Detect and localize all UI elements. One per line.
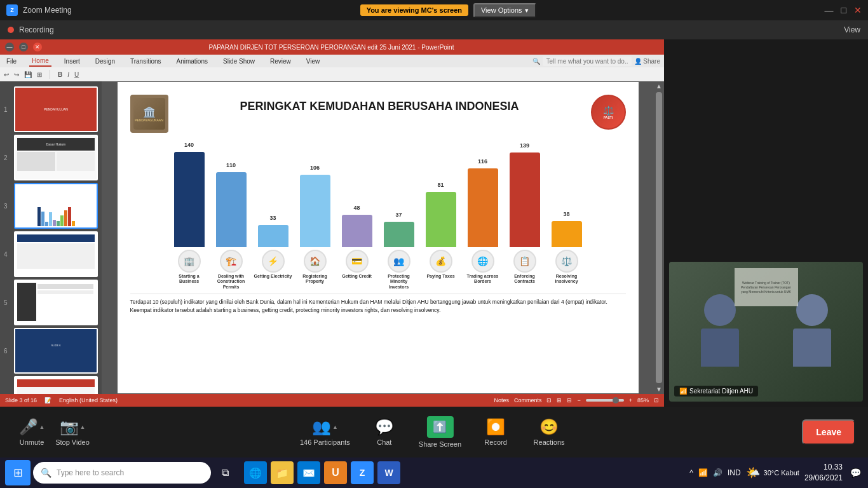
chart-bar-group-8: 139 bbox=[506, 152, 544, 247]
slide-4-thumbnail bbox=[15, 233, 97, 276]
scroll-up-icon[interactable]: ▲ bbox=[656, 83, 662, 90]
ppt-tab-view[interactable]: View bbox=[304, 57, 323, 66]
recording-dot-icon bbox=[8, 27, 14, 33]
ppt-zoom-slider[interactable] bbox=[586, 399, 624, 402]
ppt-maximize-button[interactable]: □ bbox=[19, 43, 28, 51]
unmute-button[interactable]: 🎤 ▲ Unmute bbox=[13, 418, 51, 446]
view-options-button[interactable]: View Options ▾ bbox=[473, 3, 536, 18]
chart-icon-4: 💳 bbox=[346, 250, 369, 273]
ppt-underline-btn[interactable]: U bbox=[74, 71, 79, 78]
slide-panel[interactable]: 1 PENDAHULUAN 2 Dasar Hukum bbox=[0, 81, 102, 394]
ppt-redo-icon[interactable]: ↪ bbox=[14, 71, 19, 78]
unmute-caret-icon[interactable]: ▲ bbox=[39, 424, 45, 430]
ppt-zoom-in[interactable]: + bbox=[629, 397, 632, 403]
ppt-tab-insert[interactable]: Insert bbox=[62, 57, 83, 66]
zoom-minimize-button[interactable]: — bbox=[825, 5, 834, 15]
webcam-name-text: Sekretariat Ditjen AHU bbox=[689, 388, 753, 395]
ppt-minimize-button[interactable]: — bbox=[5, 43, 14, 51]
ppt-tab-file[interactable]: File bbox=[4, 57, 19, 66]
start-button[interactable]: ⊞ bbox=[5, 460, 31, 485]
ppt-tab-slideshow[interactable]: Slide Show bbox=[220, 57, 257, 66]
edge-taskbar-icon[interactable]: 🌐 bbox=[244, 461, 267, 484]
slide-panel-item-1[interactable]: 1 PENDAHULUAN bbox=[4, 86, 98, 132]
slide-panel-item-6[interactable]: 6 SLIDE 6 bbox=[4, 328, 98, 374]
slide-panel-item-2[interactable]: 2 Dasar Hukum bbox=[4, 135, 98, 180]
ppt-view-normal[interactable]: ⊡ bbox=[546, 397, 552, 403]
record-button[interactable]: ⏺️ Record bbox=[477, 418, 515, 446]
toolbar-left-controls: 🎤 ▲ Unmute 📷 ▲ Stop Video bbox=[13, 418, 92, 446]
slide-panel-item-7[interactable]: 7 bbox=[4, 376, 98, 394]
participants-button[interactable]: 👥 ▲ 146 Participants bbox=[300, 418, 350, 446]
volume-icon[interactable]: 🔊 bbox=[713, 468, 722, 477]
ppt-comments-btn[interactable]: Comments bbox=[514, 397, 542, 403]
chart-bar-2: 33 bbox=[258, 225, 288, 247]
share-screen-button[interactable]: ⬆️ Share Screen bbox=[419, 416, 461, 448]
slide-canvas: 🏛️ PENDAYAGUNAAN PERINGKAT KEMUDAHAN BER… bbox=[118, 82, 639, 393]
ppt-share-button[interactable]: 👤 Share bbox=[634, 58, 660, 65]
slide-panel-item-5[interactable]: 5 bbox=[4, 280, 98, 325]
ppt-bold-btn[interactable]: B bbox=[58, 71, 62, 78]
stop-video-caret-icon[interactable]: ▲ bbox=[80, 424, 86, 430]
zoom-maximize-button[interactable]: □ bbox=[841, 5, 846, 15]
zoom-taskbar-icon[interactable]: Z bbox=[351, 461, 374, 484]
scroll-down-icon[interactable]: ▼ bbox=[656, 386, 662, 393]
slide-thumb-3[interactable] bbox=[14, 183, 98, 229]
slide-scrollbar[interactable]: ▲ ▼ bbox=[654, 81, 664, 394]
ppt-search-input[interactable] bbox=[543, 57, 632, 66]
participants-caret-icon[interactable]: ▲ bbox=[332, 424, 338, 430]
chart-icon-6: 💰 bbox=[430, 250, 452, 273]
chart-bar-group-2: 33 bbox=[254, 225, 292, 247]
zoom-close-button[interactable]: ✕ bbox=[854, 5, 862, 15]
ppt-italic-btn[interactable]: I bbox=[67, 71, 69, 78]
leave-button[interactable]: Leave bbox=[802, 419, 855, 445]
chat-button[interactable]: 💬 Chat bbox=[365, 418, 403, 446]
ppt-tab-animations[interactable]: Animations bbox=[174, 57, 210, 66]
reactions-button[interactable]: 😊 Reactions bbox=[530, 418, 568, 446]
chart-icons-row: 🏢Starting a Business🏗️Dealing with Const… bbox=[130, 250, 626, 290]
view-button[interactable]: View bbox=[844, 25, 860, 34]
ppt-fit-icon[interactable]: ⊡ bbox=[654, 397, 659, 403]
ppt-body: 1 PENDAHULUAN 2 Dasar Hukum bbox=[0, 81, 664, 394]
slide-thumb-4[interactable] bbox=[14, 231, 98, 277]
slide-panel-item-4[interactable]: 4 bbox=[4, 231, 98, 277]
ppt-zoom-out[interactable]: − bbox=[577, 397, 580, 403]
file-explorer-taskbar-icon[interactable]: 📁 bbox=[271, 461, 294, 484]
ppt-close-button[interactable]: ✕ bbox=[33, 43, 42, 51]
ppt-tab-transitions[interactable]: Transitions bbox=[128, 57, 164, 66]
slide-panel-item-3[interactable]: 3 bbox=[4, 183, 98, 229]
slide-thumb-6[interactable]: SLIDE 6 bbox=[14, 328, 98, 374]
scroll-thumb[interactable] bbox=[656, 92, 662, 383]
slide-thumb-2[interactable]: Dasar Hukum bbox=[14, 135, 98, 180]
ppt-notes-btn[interactable]: Notes bbox=[494, 397, 509, 403]
ppt-zoom-thumb[interactable] bbox=[613, 397, 619, 403]
participants-icon: 👥 bbox=[312, 418, 331, 436]
chart-label-9: Resolving Insolvency bbox=[548, 274, 586, 285]
chart-bar-group-4: 48 bbox=[338, 215, 376, 247]
word-taskbar-icon[interactable]: W bbox=[377, 461, 400, 484]
slide-6-thumbnail: SLIDE 6 bbox=[15, 329, 97, 372]
reactions-icon: 😊 bbox=[539, 418, 559, 436]
mail-taskbar-icon[interactable]: ✉️ bbox=[297, 461, 320, 484]
ppt-view-slide[interactable]: ⊟ bbox=[567, 397, 572, 403]
slide-thumb-5[interactable] bbox=[14, 280, 98, 325]
ppt-layout-icon[interactable]: ⊞ bbox=[37, 71, 42, 78]
ubuntu-taskbar-icon[interactable]: U bbox=[324, 461, 347, 484]
system-tray: ^ 📶 🔊 IND 🌤️ 30°C Kabut 10.33 29/06/2021… bbox=[689, 462, 863, 484]
ppt-statusbar-right: Notes Comments ⊡ ⊞ ⊟ − + 85% ⊡ bbox=[494, 397, 659, 403]
slide-thumb-7[interactable] bbox=[14, 376, 98, 394]
ppt-tab-review[interactable]: Review bbox=[268, 57, 294, 66]
slide-thumb-1[interactable]: PENDAHULUAN bbox=[14, 86, 98, 132]
task-view-button[interactable]: ⧉ bbox=[214, 461, 236, 484]
ppt-language: English (United States) bbox=[59, 397, 118, 403]
ppt-save-icon[interactable]: 💾 bbox=[24, 71, 32, 78]
ppt-tab-home[interactable]: Home bbox=[29, 56, 51, 67]
ppt-view-outline[interactable]: ⊞ bbox=[557, 397, 562, 403]
ppt-undo-icon[interactable]: ↩ bbox=[4, 71, 9, 78]
taskbar-up-arrow[interactable]: ^ bbox=[689, 468, 693, 477]
taskbar-search[interactable]: 🔍 Type here to search bbox=[33, 462, 211, 484]
zoom-titlebar: Z Zoom Meeting You are viewing MC's scre… bbox=[0, 0, 868, 20]
ppt-tab-design[interactable]: Design bbox=[93, 57, 118, 66]
stop-video-button[interactable]: 📷 ▲ Stop Video bbox=[53, 418, 92, 446]
notification-center-button[interactable]: 💬 bbox=[848, 465, 863, 480]
network-icon[interactable]: 📶 bbox=[698, 468, 708, 477]
